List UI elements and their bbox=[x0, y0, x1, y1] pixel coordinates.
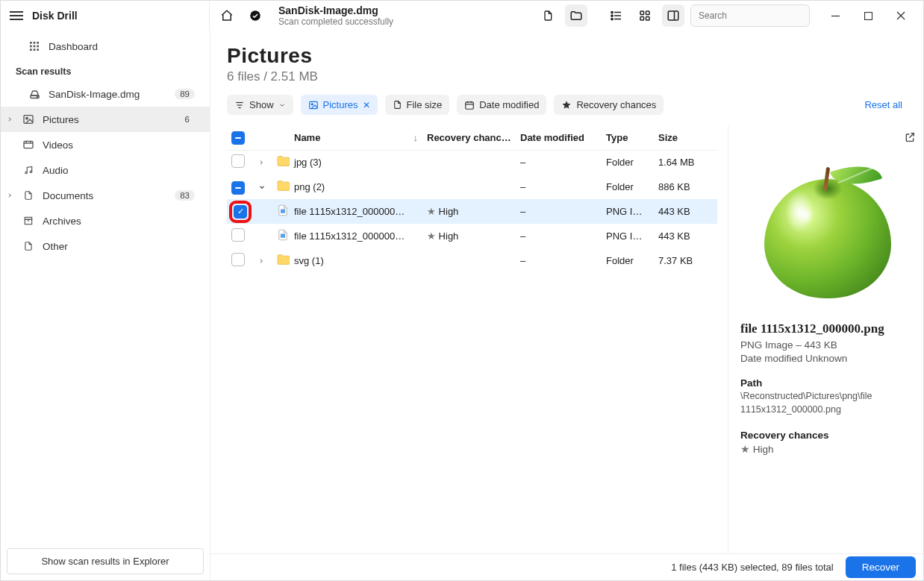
filter-chances-chip[interactable]: Recovery chances bbox=[554, 95, 664, 115]
preview-pane-icon[interactable] bbox=[662, 4, 684, 27]
expand-icon[interactable] bbox=[258, 183, 267, 191]
chevron-down-icon bbox=[278, 101, 286, 109]
row-recovery bbox=[422, 175, 516, 199]
sidebar-item-archives[interactable]: Archives bbox=[1, 208, 210, 233]
sidebar-item-videos[interactable]: Videos bbox=[1, 132, 210, 157]
svg-rect-27 bbox=[37, 48, 39, 51]
sidebar-dashboard[interactable]: Dashboard bbox=[1, 34, 210, 59]
svg-point-6 bbox=[611, 18, 613, 19]
folder-row[interactable]: jpg (3)–Folder1.64 MB bbox=[227, 150, 717, 175]
audio-icon bbox=[22, 163, 35, 177]
folder-icon bbox=[276, 254, 290, 266]
sidebar-item-count: 6 bbox=[180, 114, 195, 125]
folder-view-icon[interactable] bbox=[565, 4, 587, 27]
list-view-icon[interactable] bbox=[605, 4, 628, 27]
svg-point-31 bbox=[26, 117, 28, 119]
row-checkbox[interactable] bbox=[234, 205, 247, 219]
filter-pictures-chip[interactable]: Pictures ✕ bbox=[301, 95, 378, 115]
dashboard-label: Dashboard bbox=[49, 41, 98, 52]
calendar-icon bbox=[464, 100, 475, 110]
sidebar-item-documents[interactable]: Documents83 bbox=[1, 183, 210, 208]
window-close-icon[interactable] bbox=[884, 4, 917, 27]
col-recovery[interactable]: Recovery chances bbox=[422, 125, 516, 150]
row-checkbox[interactable] bbox=[231, 154, 245, 168]
svg-rect-26 bbox=[34, 48, 36, 51]
sidebar-item-label: Other bbox=[43, 241, 68, 252]
status-text: 1 files (443 KB) selected, 89 files tota… bbox=[671, 562, 834, 573]
row-type: PNG Im… bbox=[602, 199, 654, 224]
svg-rect-22 bbox=[30, 45, 32, 48]
svg-rect-8 bbox=[646, 11, 650, 15]
col-type[interactable]: Type bbox=[602, 125, 654, 150]
drive-icon bbox=[28, 87, 41, 101]
row-checkbox[interactable] bbox=[231, 228, 245, 242]
select-all-checkbox[interactable] bbox=[231, 131, 245, 145]
svg-rect-30 bbox=[24, 116, 33, 124]
preview-image bbox=[749, 157, 906, 313]
reset-all-link[interactable]: Reset all bbox=[864, 99, 907, 110]
status-ok-icon bbox=[244, 4, 266, 27]
row-size: 443 KB bbox=[654, 224, 717, 248]
row-size: 7.37 KB bbox=[654, 248, 717, 273]
close-icon[interactable]: ✕ bbox=[363, 100, 370, 110]
svg-rect-50 bbox=[281, 210, 285, 213]
row-name: file 1115x1312_000000… bbox=[290, 199, 422, 224]
device-count: 89 bbox=[175, 89, 195, 99]
search-input[interactable] bbox=[690, 4, 810, 27]
row-checkbox[interactable] bbox=[231, 181, 245, 195]
file-icon bbox=[393, 99, 402, 110]
filter-filesize-chip[interactable]: File size bbox=[385, 95, 450, 115]
preview-pane: file 1115x1312_000000.png PNG Image – 44… bbox=[728, 125, 923, 553]
menu-icon[interactable] bbox=[10, 11, 23, 20]
row-date: – bbox=[516, 175, 602, 199]
row-checkbox[interactable] bbox=[231, 253, 245, 266]
folder-icon bbox=[276, 180, 290, 192]
filter-date-chip[interactable]: Date modified bbox=[457, 95, 546, 115]
scan-name: SanDisk-Image.dmg bbox=[278, 4, 393, 16]
home-icon[interactable] bbox=[216, 4, 238, 27]
show-in-explorer-button[interactable]: Show scan results in Explorer bbox=[7, 548, 204, 574]
expand-icon[interactable] bbox=[258, 257, 267, 265]
file-row[interactable]: file 1115x1312_000000…★ High–PNG Im…443 … bbox=[227, 224, 717, 248]
sidebar-item-other[interactable]: Other bbox=[1, 233, 210, 259]
documents-icon bbox=[22, 189, 35, 202]
row-type: PNG Im… bbox=[602, 224, 654, 248]
preview-chances-label: Recovery chances bbox=[740, 430, 914, 441]
file-row[interactable]: file 1115x1312_000000…★ High–PNG Im…443 … bbox=[227, 199, 717, 224]
svg-rect-51 bbox=[281, 234, 285, 238]
row-name: jpg (3) bbox=[290, 150, 422, 175]
archives-icon bbox=[22, 214, 35, 227]
svg-rect-25 bbox=[30, 48, 32, 51]
open-external-icon[interactable] bbox=[904, 131, 916, 143]
svg-rect-44 bbox=[309, 101, 317, 108]
svg-rect-24 bbox=[37, 45, 39, 48]
sidebar-device[interactable]: SanDisk-Image.dmg 89 bbox=[1, 81, 210, 107]
image-icon bbox=[308, 100, 319, 110]
folder-icon bbox=[276, 155, 290, 167]
window-minimize-icon[interactable] bbox=[819, 4, 852, 27]
window-maximize-icon[interactable] bbox=[852, 4, 884, 27]
show-dropdown[interactable]: Show bbox=[227, 95, 293, 115]
sidebar-item-pictures[interactable]: Pictures6 bbox=[1, 107, 210, 132]
col-size[interactable]: Size bbox=[654, 125, 717, 150]
svg-point-45 bbox=[311, 103, 313, 104]
expand-icon[interactable] bbox=[258, 159, 267, 166]
row-date: – bbox=[516, 199, 602, 224]
sidebar-item-audio[interactable]: Audio bbox=[1, 157, 210, 183]
row-size: 1.64 MB bbox=[654, 150, 717, 175]
sidebar-item-label: Videos bbox=[43, 139, 73, 151]
svg-point-4 bbox=[611, 11, 613, 13]
grid-view-icon[interactable] bbox=[634, 4, 656, 27]
row-size: 443 KB bbox=[654, 199, 717, 224]
recover-button[interactable]: Recover bbox=[846, 556, 916, 578]
other-icon bbox=[22, 239, 35, 253]
tree-view-icon[interactable] bbox=[537, 4, 559, 27]
app-title: Disk Drill bbox=[32, 10, 78, 22]
folder-row[interactable]: png (2)–Folder886 KB bbox=[227, 175, 717, 199]
sidebar-item-label: Documents bbox=[43, 190, 93, 201]
star-icon bbox=[561, 100, 572, 110]
svg-rect-21 bbox=[37, 42, 39, 44]
folder-row[interactable]: svg (1)–Folder7.37 KB bbox=[227, 248, 717, 273]
col-date[interactable]: Date modified bbox=[516, 125, 602, 150]
scan-status: Scan completed successfully bbox=[278, 16, 393, 27]
